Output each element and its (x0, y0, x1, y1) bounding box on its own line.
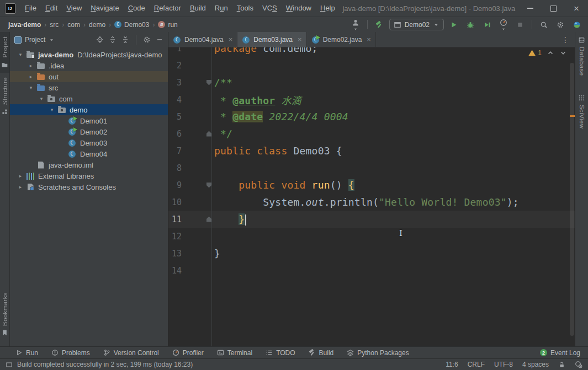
tree-item-demo02[interactable]: CDemo02 (10, 126, 168, 137)
menu-file[interactable]: File (20, 0, 41, 17)
code-line-8[interactable]: 8 (168, 159, 575, 176)
tree-item-com[interactable]: ▾com (10, 93, 168, 104)
tree-item--idea[interactable]: ▸.idea (10, 60, 168, 71)
ide-sphere-button[interactable] (570, 19, 584, 31)
project-view-dropdown-icon[interactable] (49, 37, 55, 43)
ide-services-button[interactable] (575, 361, 582, 368)
readonly-toggle[interactable] (558, 361, 565, 368)
code-lines[interactable]: 1package com.demo;23/**4 * @author 水滴5 *… (168, 47, 575, 279)
user-account-button[interactable] (349, 19, 362, 31)
code-line-6[interactable]: 6 */ (168, 125, 575, 142)
line-number[interactable]: 6 (168, 129, 182, 139)
line-number[interactable]: 7 (168, 146, 182, 156)
tab-options-icon[interactable]: ⋮ (556, 35, 575, 44)
line-number[interactable]: 12 (168, 232, 182, 242)
tool-window-button-bookmarks[interactable]: Bookmarks (0, 288, 9, 341)
fold-marker-icon[interactable] (206, 80, 211, 85)
code-line-9[interactable]: 9 public void run() { (168, 176, 575, 194)
warning-stripe-mark[interactable] (570, 115, 575, 117)
tab-demo04-java[interactable]: CDemo04.java× (168, 32, 237, 47)
indent-widget[interactable]: 4 spaces (522, 361, 549, 368)
line-number[interactable]: 3 (168, 78, 182, 88)
tab-demo02-java[interactable]: CDemo02.java× (307, 32, 376, 47)
menu-build[interactable]: Build (186, 0, 210, 17)
fold-marker-icon[interactable] (206, 217, 211, 222)
code-line-4[interactable]: 4 * @author 水滴 (168, 91, 575, 108)
fold-marker-icon[interactable] (206, 131, 211, 137)
run-with-coverage-button[interactable] (480, 19, 494, 31)
line-number[interactable]: 4 (168, 95, 182, 105)
line-separator-widget[interactable]: CRLF (468, 361, 485, 368)
breadcrumb-demo[interactable]: demo (87, 21, 107, 29)
line-number[interactable]: 9 (168, 180, 182, 190)
line-number[interactable]: 8 (168, 163, 182, 173)
search-everywhere-button[interactable] (537, 19, 550, 31)
tool-window-button-terminal[interactable]: Terminal (217, 349, 252, 357)
tree-item-scratches-and-consoles[interactable]: ▸Scratches and Consoles (10, 181, 168, 192)
next-problem-button[interactable] (559, 49, 567, 57)
close-button[interactable]: × (565, 0, 588, 17)
breadcrumb-run[interactable]: mrun (156, 21, 179, 29)
tool-window-button-problems[interactable]: Problems (51, 349, 90, 357)
code-line-2[interactable]: 2 (168, 57, 575, 74)
code-editor[interactable]: 1package com.demo;23/**4 * @author 水滴5 *… (168, 47, 575, 346)
breadcrumb-java-demo[interactable]: java-demo (7, 21, 43, 29)
line-number[interactable]: 5 (168, 112, 182, 122)
expand-all-button[interactable] (109, 36, 116, 44)
tree-chevron-icon[interactable]: ▸ (27, 63, 35, 68)
tree-chevron-icon[interactable]: ▾ (48, 107, 56, 112)
tool-window-button-run[interactable]: Run (15, 349, 38, 357)
code-line-10[interactable]: 10 System.out.println("Hello World! Demo… (168, 194, 575, 211)
tree-item-src[interactable]: ▾src (10, 82, 168, 93)
tree-item-demo04[interactable]: CDemo04 (10, 148, 168, 159)
tree-item-demo[interactable]: ▾demo (10, 104, 168, 115)
fold-marker-icon[interactable] (206, 183, 211, 188)
close-tab-icon[interactable]: × (367, 35, 371, 44)
menu-window[interactable]: Window (282, 0, 316, 17)
tool-window-button-build[interactable]: Build (309, 349, 334, 357)
build-project-button[interactable] (373, 19, 386, 31)
code-line-12[interactable]: 12 (168, 228, 575, 245)
project-panel-title[interactable]: Project (25, 36, 45, 44)
line-number[interactable]: 1 (168, 47, 182, 53)
code-line-7[interactable]: 7public class Demo03 { (168, 142, 575, 159)
run-config-combo[interactable]: Demo02 (389, 19, 444, 30)
breadcrumb-src[interactable]: src (48, 21, 60, 29)
status-message[interactable]: Build completed successfully in 2 sec, 1… (17, 361, 193, 368)
menu-vcs[interactable]: VCS (258, 0, 282, 17)
prev-problem-button[interactable] (547, 49, 554, 57)
code-line-5[interactable]: 5 * @date 2022/4/4 0004 (168, 108, 575, 125)
tool-window-button-python-packages[interactable]: Python Packages (347, 349, 409, 357)
line-number[interactable]: 11 (168, 215, 182, 224)
code-line-14[interactable]: 14 (168, 262, 575, 279)
stop-button[interactable] (513, 19, 527, 31)
line-number[interactable]: 13 (168, 249, 182, 259)
breadcrumb-com[interactable]: com (66, 21, 82, 29)
code-line-13[interactable]: 13} (168, 245, 575, 262)
tree-item-out[interactable]: ▸out (10, 71, 168, 82)
panel-settings-button[interactable] (143, 36, 151, 44)
warnings-indicator[interactable]: 1 (528, 49, 542, 57)
caret-position-widget[interactable]: 11:6 (446, 361, 458, 368)
menu-refactor[interactable]: Refactor (150, 0, 186, 17)
tree-chevron-icon[interactable]: ▾ (38, 96, 45, 101)
menu-code[interactable]: Code (124, 0, 150, 17)
menu-help[interactable]: Help (316, 0, 340, 17)
tree-chevron-icon[interactable]: ▸ (17, 184, 24, 190)
tool-window-button-todo[interactable]: TODO (266, 349, 295, 357)
tool-window-button-version-control[interactable]: Version Control (103, 349, 159, 357)
tree-item-demo01[interactable]: CDemo01 (10, 115, 168, 126)
event-log-button[interactable]: 2 Event Log (540, 349, 580, 357)
settings-button[interactable] (554, 19, 567, 31)
tree-item-java-demo-iml[interactable]: java-demo.iml (10, 159, 168, 170)
tab-demo03-java[interactable]: CDemo03.java× (237, 32, 306, 47)
menu-navigate[interactable]: Navigate (86, 0, 123, 17)
menu-view[interactable]: View (62, 0, 86, 17)
menu-edit[interactable]: Edit (41, 0, 62, 17)
menu-tools[interactable]: Tools (232, 0, 258, 17)
collapse-all-button[interactable] (121, 36, 129, 44)
tree-chevron-icon[interactable]: ▾ (27, 85, 35, 90)
tree-item-demo03[interactable]: CDemo03 (10, 137, 168, 148)
minimize-button[interactable] (518, 0, 542, 17)
breadcrumb-demo03[interactable]: CDemo03 (113, 21, 151, 29)
